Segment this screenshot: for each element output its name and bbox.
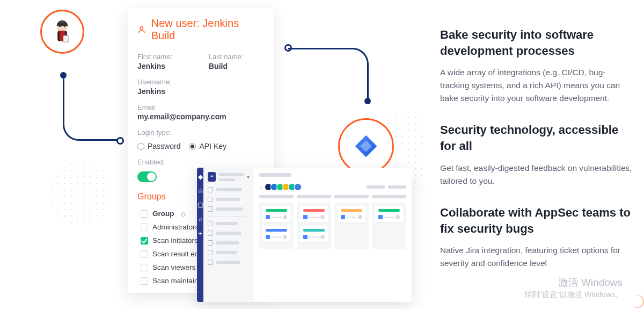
sort-icon[interactable]: ◇	[181, 210, 186, 218]
email-label: Email:	[137, 103, 264, 111]
chevron-down-icon[interactable]: ▾	[247, 174, 250, 180]
board-column	[259, 203, 294, 249]
card-title-text: New user: Jenkins Build	[151, 17, 264, 42]
marketing-copy: Bake security into software development …	[440, 27, 633, 270]
decor-arc	[630, 293, 644, 309]
board-sidebar: ▾	[203, 168, 254, 302]
checkbox[interactable]	[141, 264, 148, 271]
board-card[interactable]	[338, 206, 365, 222]
svg-point-4	[64, 25, 66, 27]
last-name-label: Last name:	[209, 53, 264, 61]
board-card[interactable]	[262, 206, 290, 222]
checkbox[interactable]	[141, 224, 148, 231]
first-name-value[interactable]: Jenkins	[137, 62, 193, 70]
board-column	[372, 203, 406, 249]
board-card[interactable]	[262, 226, 290, 242]
board-card[interactable]	[300, 206, 328, 222]
dot-grid-decor	[48, 161, 113, 226]
section-body: Native Jira integration, featuring ticke…	[440, 244, 633, 270]
enabled-toggle[interactable]	[137, 171, 157, 182]
list-item[interactable]	[208, 221, 250, 226]
board-main: ⌕	[254, 168, 412, 302]
radio-api-key[interactable]: API Key	[189, 142, 226, 150]
username-label: Username:	[137, 78, 264, 86]
list-item[interactable]	[208, 187, 250, 192]
login-type-label: Login type:	[137, 128, 264, 136]
section-title: Collaborate with AppSec teams to fix sec…	[440, 205, 633, 236]
board-column	[334, 203, 369, 249]
svg-rect-5	[63, 35, 69, 42]
svg-point-3	[59, 25, 61, 27]
card-title: New user: Jenkins Build	[137, 17, 264, 42]
user-icon	[137, 25, 146, 34]
list-item[interactable]	[208, 260, 250, 265]
diamond-icon[interactable]: ◆	[198, 173, 203, 181]
plus-icon[interactable]: ＋	[197, 229, 203, 238]
list-item[interactable]	[208, 231, 250, 236]
list-item[interactable]	[208, 250, 250, 255]
board-rail: ◆ ☆ ▢ ⌕ ＋	[197, 168, 203, 302]
checkbox[interactable]	[141, 277, 148, 285]
email-value[interactable]: my.email@company.com	[137, 112, 264, 121]
list-item[interactable]	[208, 240, 250, 246]
board-column	[297, 203, 331, 249]
search-icon[interactable]: ⌕	[199, 215, 202, 222]
section-title: Security technology, accessible for all	[440, 122, 633, 154]
board-card[interactable]	[375, 206, 403, 222]
checkbox[interactable]	[141, 250, 148, 258]
list-item[interactable]	[208, 206, 250, 212]
jira-icon	[338, 118, 394, 174]
last-name-value[interactable]: Build	[209, 62, 264, 70]
list-item[interactable]	[208, 197, 250, 202]
app-icon	[208, 172, 216, 182]
windows-activation-watermark: 激活 Windows 转到"设置"以激活 Windows。	[524, 276, 623, 299]
checkbox[interactable]	[141, 237, 148, 245]
first-name-label: First name:	[137, 53, 193, 61]
square-icon[interactable]: ▢	[197, 201, 203, 209]
board-card[interactable]	[300, 226, 328, 242]
section-body: Get fast, easily-digested feedback on vu…	[440, 162, 633, 188]
section-body: A wide array of integrations (e.g. CI/CD…	[440, 66, 633, 105]
search-icon[interactable]: ⌕	[259, 183, 263, 191]
jenkins-icon	[40, 10, 84, 54]
section-title: Bake security into software development …	[440, 27, 633, 59]
username-value[interactable]: Jenkins	[137, 87, 264, 96]
star-icon[interactable]: ☆	[197, 187, 203, 195]
jira-board-preview: ◆ ☆ ▢ ⌕ ＋ ▾	[197, 168, 412, 302]
enabled-label: Enabled:	[137, 158, 264, 166]
svg-point-6	[140, 27, 143, 30]
avatar[interactable]	[294, 183, 302, 191]
radio-password[interactable]: Password	[137, 142, 180, 150]
